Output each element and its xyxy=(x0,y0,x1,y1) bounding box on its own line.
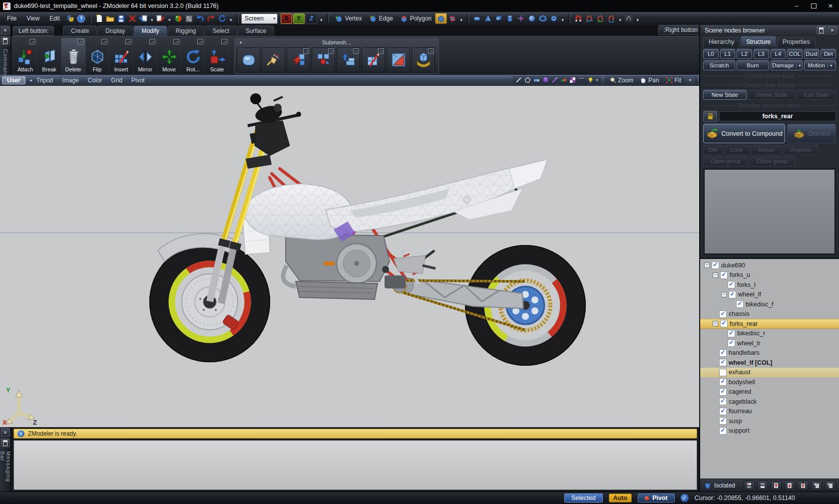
motorcycle-model[interactable] xyxy=(0,86,699,427)
polygon-mode-button[interactable]: Polygon xyxy=(397,14,435,23)
axis-z-toggle[interactable]: Z xyxy=(306,13,317,24)
lod-dirt-button[interactable]: Dirt xyxy=(821,49,836,59)
motion-dropdown-icon[interactable]: ▾ xyxy=(828,63,832,68)
pan-button[interactable]: Pan xyxy=(637,76,662,84)
tree-node-exhaust[interactable]: exhaust xyxy=(700,368,839,378)
submesh-triangulate-button[interactable] xyxy=(387,47,410,72)
scene-panel-close-button[interactable]: ✕ xyxy=(828,26,837,34)
move-options-expander[interactable]: ◿ xyxy=(173,39,179,44)
submesh-title-bar[interactable]: ▲ Submesh... xyxy=(235,38,438,46)
collapse-all-button[interactable] xyxy=(825,481,836,491)
node-visibility-checkbox[interactable]: ✓ xyxy=(719,349,727,357)
create-helper-button[interactable] xyxy=(515,13,526,23)
open-file-button[interactable] xyxy=(105,13,116,23)
rotate-options-expander[interactable]: ◿ xyxy=(197,39,203,44)
tree-node-handlebars[interactable]: ✓handlebars xyxy=(700,348,839,358)
viewport-menu-tripod[interactable]: Tripod xyxy=(32,77,58,84)
tab-select[interactable]: Select xyxy=(204,25,237,36)
node-visibility-checkbox[interactable]: ✓ xyxy=(728,281,735,288)
node-visibility-checkbox[interactable]: ✓ xyxy=(729,291,736,298)
lod-l4-button[interactable]: L4 xyxy=(771,49,786,59)
close-button[interactable]: ✕ xyxy=(822,0,839,11)
tree-node-bikedisc_r[interactable]: ✓bikedisc_r xyxy=(700,329,839,339)
snap-grid-button[interactable] xyxy=(595,13,606,23)
snap-disabled-overflow[interactable]: ▾ xyxy=(634,13,641,23)
menu-view[interactable]: View xyxy=(21,13,44,23)
tab-create[interactable]: Create xyxy=(63,25,97,36)
tree-node-fourreau[interactable]: ✓fourreau xyxy=(700,407,839,417)
soft-eraser-icon[interactable] xyxy=(533,77,540,83)
tab-properties[interactable]: Properties xyxy=(777,37,816,47)
gizmo-mode-toggle[interactable] xyxy=(447,13,458,23)
auto-mode-button[interactable]: Auto xyxy=(609,494,632,503)
front-wheel[interactable] xyxy=(150,242,270,362)
create-cube-button[interactable] xyxy=(493,13,504,23)
import-button[interactable] xyxy=(138,13,149,23)
snap-edge-button[interactable] xyxy=(584,13,595,23)
menu-file[interactable]: File xyxy=(2,13,21,23)
tree-node-bikedisc_f[interactable]: ✓bikedisc_f xyxy=(700,299,839,309)
command-bar-pin-button[interactable] xyxy=(1,36,10,45)
material-browser-button[interactable] xyxy=(184,13,195,23)
node-visibility-checkbox[interactable]: ✓ xyxy=(719,408,727,415)
viewport-menu-pivot[interactable]: Pivot xyxy=(127,77,149,84)
submesh-weld-button[interactable]: ◿ xyxy=(312,47,335,72)
create-torus-button[interactable] xyxy=(537,13,548,23)
render-button[interactable] xyxy=(173,13,184,23)
tab-structure[interactable]: Structure xyxy=(741,36,776,46)
viewport-menu-color[interactable]: Color xyxy=(83,77,107,84)
node-visibility-checkbox[interactable]: ✓ xyxy=(719,427,727,435)
mode-overflow[interactable]: ▾ xyxy=(458,13,464,23)
lod-dust-button[interactable]: Dust xyxy=(804,49,820,59)
break-tool-button[interactable]: Break xyxy=(37,38,61,74)
command-bar-close-button[interactable]: ✕ xyxy=(1,26,10,34)
tree-node-wheel_lf-COL-[interactable]: ✓wheel_lf [COL] xyxy=(700,358,839,368)
submesh-detach-button[interactable]: ◿ xyxy=(287,47,310,72)
tree-node-cagered[interactable]: ✓cagered xyxy=(700,387,839,397)
pivot-mode-button[interactable]: Pivot xyxy=(638,494,675,503)
mirror-tool-button[interactable]: ◿ Mirror xyxy=(133,38,157,74)
message-log[interactable] xyxy=(13,440,697,490)
snap-vertex-button[interactable] xyxy=(573,13,584,23)
state-list-box[interactable] xyxy=(704,169,836,254)
cut-options-expander[interactable]: ◿ xyxy=(378,48,384,54)
axis-y-toggle[interactable]: Y xyxy=(293,13,305,24)
tab-display[interactable]: Display xyxy=(97,25,133,36)
viewport-menu-image[interactable]: Image xyxy=(57,77,83,84)
redo-button[interactable] xyxy=(206,13,217,23)
flip-options-expander[interactable]: ◿ xyxy=(101,39,107,44)
tree-node-support[interactable]: ✓support xyxy=(700,426,839,436)
lod-l0-button[interactable]: L0 xyxy=(703,49,719,59)
tree-collapse-toggle[interactable]: − xyxy=(713,321,718,326)
submesh-boolean-button[interactable]: ◿ xyxy=(412,47,435,72)
create-tube-button[interactable] xyxy=(548,13,559,23)
tab-hierarchy[interactable]: Hierarchy xyxy=(703,37,740,47)
node-visibility-checkbox[interactable]: ✓ xyxy=(719,417,727,425)
check-bottom-button[interactable] xyxy=(757,481,768,491)
lasso-select-icon[interactable] xyxy=(524,77,531,83)
export-button[interactable] xyxy=(155,13,166,23)
lod-l3-button[interactable]: L3 xyxy=(754,49,769,59)
import-dropdown[interactable]: ▾ xyxy=(149,13,155,23)
delete-options-expander[interactable]: ◿ xyxy=(77,39,83,44)
screen-space-select[interactable]: Screen ▾ xyxy=(241,13,278,24)
new-state-button[interactable]: New State xyxy=(703,90,747,100)
tree-node-cageblack[interactable]: ✓cageblack xyxy=(700,397,839,407)
messaging-pin-button[interactable] xyxy=(1,439,10,447)
lod-l1-button[interactable]: L1 xyxy=(720,49,736,59)
attach-options-expander[interactable]: ◿ xyxy=(29,39,35,44)
light-bulb-icon[interactable] xyxy=(587,77,594,83)
insert-tool-button[interactable]: ◿ Insert xyxy=(109,38,133,74)
node-visibility-checkbox[interactable]: ✓ xyxy=(719,310,727,318)
mirror-options-expander[interactable]: ◿ xyxy=(149,39,155,44)
create-sphere-button[interactable] xyxy=(526,13,537,23)
rotate-tool-button[interactable]: ◿ Rot... xyxy=(181,38,205,74)
flip-tool-button[interactable]: ◿ Flip xyxy=(85,38,109,74)
primitives-overflow[interactable]: ▾ xyxy=(559,13,566,23)
node-visibility-checkbox[interactable]: ✓ xyxy=(736,300,744,308)
lod-col-button[interactable]: COL xyxy=(787,49,803,59)
selected-mode-button[interactable]: Selected xyxy=(564,494,603,503)
node-visibility-checkbox[interactable]: ✓ xyxy=(720,271,728,279)
save-button[interactable] xyxy=(116,13,127,23)
material-ramp-icon[interactable] xyxy=(560,77,567,83)
